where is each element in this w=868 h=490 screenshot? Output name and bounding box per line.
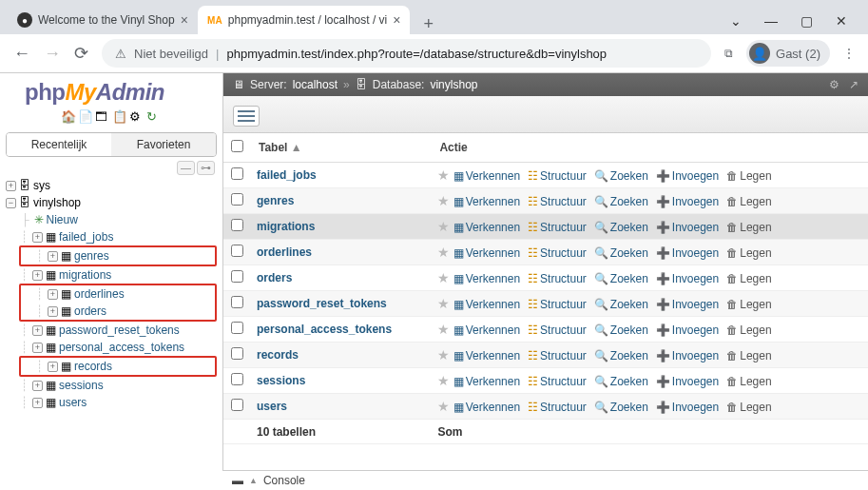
tree-table[interactable]: personal_access_tokens — [59, 341, 184, 354]
structure-action[interactable]: ☷ Structuur — [528, 246, 587, 260]
table-link[interactable]: migrations — [257, 220, 315, 233]
structure-action[interactable]: ☷ Structuur — [528, 349, 587, 363]
tree-expander[interactable]: + — [32, 325, 43, 336]
insert-action[interactable]: ➕ Invoegen — [656, 375, 719, 388]
insert-action[interactable]: ➕ Invoegen — [656, 246, 719, 260]
exit-icon[interactable]: ↗ — [849, 78, 858, 91]
table-link[interactable]: password_reset_tokens — [257, 297, 387, 310]
structure-action[interactable]: ☷ Structuur — [528, 401, 587, 414]
tab-favorites[interactable]: Favorieten — [111, 133, 216, 156]
browse-action[interactable]: ▦ Verkennen — [453, 169, 520, 183]
home-icon[interactable]: 🏠 — [61, 109, 76, 125]
structure-action[interactable]: ☷ Structuur — [528, 272, 587, 285]
reload-tree-icon[interactable]: ↻ — [146, 109, 162, 125]
row-checkbox[interactable] — [231, 322, 243, 334]
breadcrumb-server[interactable]: localhost — [293, 78, 338, 91]
table-row[interactable]: orderlines★ ▦ Verkennen☷ Structuur🔍 Zoek… — [223, 240, 868, 265]
reload-button[interactable]: ⟳ — [74, 43, 88, 64]
browser-tab-2[interactable]: MA phpmyadmin.test / localhost / vi × — [198, 6, 411, 34]
tree-table[interactable]: genres — [74, 249, 109, 263]
tree-expander[interactable]: + — [48, 289, 58, 300]
browse-action[interactable]: ▦ Verkennen — [453, 349, 520, 363]
col-table[interactable]: Tabel ▲ — [251, 133, 432, 163]
tree-expander[interactable]: + — [6, 181, 16, 191]
structure-action[interactable]: ☷ Structuur — [528, 323, 587, 337]
tree-table[interactable]: orders — [74, 304, 106, 318]
sql-icon[interactable]: 🗔 — [95, 109, 110, 125]
url-input[interactable]: ⚠ Niet beveiligd | phpmyadmin.test/index… — [102, 39, 711, 68]
select-all-checkbox[interactable] — [231, 140, 243, 152]
search-action[interactable]: 🔍 Zoeken — [594, 272, 648, 285]
star-icon[interactable]: ★ — [437, 373, 450, 388]
browser-tab-1[interactable]: ● Welcome to the Vinyl Shop × — [8, 6, 198, 34]
browse-action[interactable]: ▦ Verkennen — [453, 323, 520, 337]
tree-expander[interactable]: + — [48, 362, 58, 372]
row-checkbox[interactable] — [231, 193, 243, 206]
empty-action[interactable]: 🗑 Legen — [726, 169, 771, 183]
tree-table[interactable]: password_reset_tokens — [59, 323, 180, 337]
table-link[interactable]: orders — [257, 271, 292, 284]
close-icon[interactable]: × — [181, 12, 188, 28]
table-row[interactable]: failed_jobs★ ▦ Verkennen☷ Structuur🔍 Zoe… — [223, 163, 868, 188]
row-checkbox[interactable] — [231, 296, 243, 308]
table-row[interactable]: password_reset_tokens★ ▦ Verkennen☷ Stru… — [223, 291, 868, 317]
table-row[interactable]: records★ ▦ Verkennen☷ Structuur🔍 Zoeken➕… — [223, 343, 868, 368]
menu-icon[interactable]: ⋮ — [843, 47, 855, 60]
search-action[interactable]: 🔍 Zoeken — [594, 246, 648, 260]
structure-action[interactable]: ☷ Structuur — [528, 195, 587, 208]
tree-new[interactable]: Nieuw — [47, 213, 78, 226]
table-link[interactable]: genres — [257, 194, 294, 207]
maximize-icon[interactable]: ▢ — [800, 13, 813, 29]
close-window-icon[interactable]: ✕ — [836, 13, 847, 29]
insert-action[interactable]: ➕ Invoegen — [656, 221, 719, 234]
empty-action[interactable]: 🗑 Legen — [726, 272, 771, 285]
tree-table[interactable]: sessions — [59, 379, 104, 392]
exit-icon[interactable]: 📄 — [78, 109, 93, 125]
chevron-down-icon[interactable]: ⌄ — [730, 13, 742, 29]
structure-action[interactable]: ☷ Structuur — [528, 221, 587, 234]
browse-action[interactable]: ▦ Verkennen — [453, 375, 520, 388]
new-tab-button[interactable]: + — [410, 14, 447, 34]
star-icon[interactable]: ★ — [437, 167, 450, 183]
row-checkbox[interactable] — [231, 167, 243, 180]
tree-expander[interactable]: − — [6, 198, 16, 208]
star-icon[interactable]: ★ — [437, 219, 450, 234]
tree-expander[interactable]: + — [48, 251, 58, 262]
logo[interactable]: phpMyAdmin — [6, 77, 217, 108]
star-icon[interactable]: ★ — [437, 399, 450, 414]
gear-icon[interactable]: ⚙ — [129, 109, 145, 125]
tree-item[interactable]: vinylshop — [33, 196, 81, 209]
reader-icon[interactable]: ⧉ — [724, 47, 733, 60]
insert-action[interactable]: ➕ Invoegen — [656, 401, 719, 414]
tree-table[interactable]: failed_jobs — [59, 230, 113, 244]
tree-item[interactable]: sys — [33, 179, 50, 192]
row-checkbox[interactable] — [231, 347, 243, 360]
insert-action[interactable]: ➕ Invoegen — [656, 349, 719, 363]
tab-recent[interactable]: Recentelijk — [7, 133, 111, 156]
browse-action[interactable]: ▦ Verkennen — [453, 221, 520, 234]
profile-button[interactable]: 👤 Gast (2) — [746, 40, 830, 67]
insert-action[interactable]: ➕ Invoegen — [656, 323, 719, 337]
structure-action[interactable]: ☷ Structuur — [528, 169, 587, 183]
empty-action[interactable]: 🗑 Legen — [726, 221, 771, 234]
breadcrumb-db[interactable]: vinylshop — [430, 78, 477, 91]
row-checkbox[interactable] — [231, 219, 243, 231]
tree-expander[interactable]: + — [32, 343, 43, 353]
table-link[interactable]: users — [257, 400, 287, 413]
star-icon[interactable]: ★ — [437, 296, 450, 311]
back-button[interactable]: ← — [13, 44, 30, 64]
close-icon[interactable]: × — [393, 12, 400, 28]
table-link[interactable]: personal_access_tokens — [257, 323, 392, 336]
tree-expander[interactable]: + — [48, 306, 58, 317]
tree-table[interactable]: orderlines — [74, 287, 125, 301]
table-row[interactable]: genres★ ▦ Verkennen☷ Structuur🔍 Zoeken➕ … — [223, 188, 868, 214]
tree-expander[interactable]: + — [32, 270, 43, 281]
table-row[interactable]: personal_access_tokens★ ▦ Verkennen☷ Str… — [223, 317, 868, 343]
table-link[interactable]: failed_jobs — [257, 168, 317, 182]
empty-action[interactable]: 🗑 Legen — [726, 195, 771, 208]
empty-action[interactable]: 🗑 Legen — [726, 298, 771, 311]
table-row[interactable]: sessions★ ▦ Verkennen☷ Structuur🔍 Zoeken… — [223, 368, 868, 394]
insert-action[interactable]: ➕ Invoegen — [656, 272, 719, 285]
empty-action[interactable]: 🗑 Legen — [726, 375, 771, 388]
star-icon[interactable]: ★ — [437, 322, 450, 337]
